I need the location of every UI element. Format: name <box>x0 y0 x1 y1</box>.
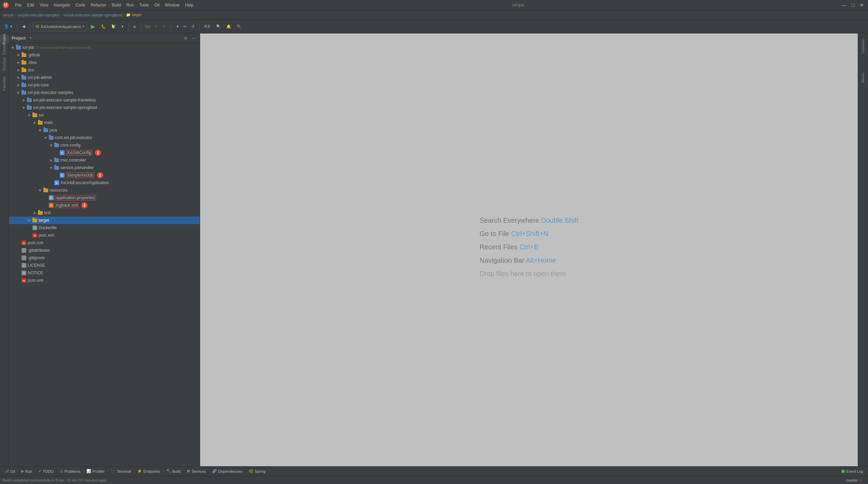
tree-gitignore[interactable]: ▶ . .gitignore <box>9 254 200 262</box>
debug-button[interactable]: 🐛 <box>99 22 108 31</box>
panel-tool-cog[interactable]: ⚙ <box>182 35 189 42</box>
tree-doc[interactable]: ▶ doc <box>9 66 200 74</box>
more-run-btn[interactable]: ▾ <box>120 22 126 31</box>
tree-resources[interactable]: ▶ resources <box>9 186 200 194</box>
endpoints-label: Endpoints <box>143 469 160 473</box>
tree-pom-root2[interactable]: ▶ m pom.xml <box>9 277 200 284</box>
btn-run[interactable]: ▶ Run <box>18 468 35 475</box>
tree-root[interactable]: ▶ xxl-job D:\study\code\SpringBoot\xxl-j… <box>9 44 200 51</box>
git-pull-btn[interactable]: ↑ <box>168 22 174 31</box>
tree-admin[interactable]: ▶ xxl-job-admin <box>9 74 200 81</box>
btn-deps[interactable]: 🔗 Dependencies <box>209 468 245 475</box>
menu-tools[interactable]: Tools <box>137 2 151 8</box>
tree-gitattributes[interactable]: ▶ . .gitattributes <box>9 247 200 254</box>
menu-run[interactable]: Run <box>124 2 136 8</box>
app-props-label: application.properties <box>56 195 95 200</box>
menu-edit[interactable]: Edit <box>25 2 36 8</box>
build-label: Build <box>172 469 181 473</box>
btn-event-log[interactable]: Event Log <box>839 468 866 475</box>
menu-navigate[interactable]: Navigate <box>52 2 72 8</box>
breadcrumb-executor-samples[interactable]: xxl-job-executor-samples <box>17 13 59 17</box>
tree-java[interactable]: ▶ java <box>9 126 200 134</box>
btn-todo[interactable]: ✓ TODO <box>36 468 56 475</box>
btn-build[interactable]: 🔨 Build <box>164 468 183 475</box>
maven-panel-btn[interactable]: Maven <box>861 67 865 89</box>
tree-frameless[interactable]: ▶ xxl-job-executor-sample-frameless <box>9 96 200 104</box>
menu-view[interactable]: View <box>38 2 51 8</box>
tree-dockerfile[interactable]: ▶ D Dockerfile <box>9 224 200 232</box>
database-panel-btn[interactable]: Database <box>861 33 865 60</box>
tree-mvc-controller[interactable]: ▶ mvc.controller <box>9 156 200 164</box>
git-branch-label: master <box>846 478 858 482</box>
tree-logback[interactable]: ▶ X logback.xml 3 <box>9 202 200 209</box>
tree-app-props[interactable]: ▶ P application.properties <box>9 194 200 202</box>
tree-notice[interactable]: ▶ N NOTICE <box>9 269 200 277</box>
run-config-selector[interactable]: 🌿 XxlJobAdminApplication ▾ <box>33 22 87 31</box>
search-everywhere-btn[interactable]: 🔍 <box>214 22 223 31</box>
translate-btn[interactable]: A文 <box>202 22 212 31</box>
git-push-btn[interactable]: ✓ <box>160 22 167 31</box>
notice-icon: N <box>21 270 27 276</box>
btn-profiler[interactable]: 📊 Profiler <box>84 468 107 475</box>
menu-file[interactable]: File <box>13 2 24 8</box>
tree-idea[interactable]: ▶ .idea <box>9 59 200 66</box>
git-commit-btn[interactable]: ✓ <box>152 22 159 31</box>
menu-window[interactable]: Window <box>163 2 182 8</box>
menu-help[interactable]: Help <box>183 2 196 8</box>
git-more-btn[interactable]: ▾ <box>174 22 181 31</box>
stop-button[interactable]: ■ <box>131 22 138 31</box>
package-root-label: com.xxl.job.executor <box>55 135 92 140</box>
hint-navbar-shortcut: Alt+Home <box>526 257 556 264</box>
coverage-button[interactable]: 🔰 <box>109 22 118 31</box>
tree-src[interactable]: ▶ src <box>9 111 200 119</box>
core-label: xxl-job-core <box>28 83 49 87</box>
maximize-button[interactable]: □ <box>850 2 856 9</box>
git-revert-btn[interactable]: ↩ <box>181 22 188 31</box>
panel-dropdown-icon[interactable]: ▾ <box>30 36 32 40</box>
tree-pom-root[interactable]: ▶ m pom.xml <box>9 239 200 247</box>
service-jobhandler-icon <box>54 165 59 170</box>
toolbar-profile-btn[interactable]: 👤 ▾ <box>2 22 14 31</box>
sidebar-favorites-icon[interactable]: Favorites <box>0 75 9 92</box>
btn-endpoints[interactable]: ⚡ Endpoints <box>135 468 163 475</box>
btn-terminal[interactable]: ⬛ Terminal <box>108 468 134 475</box>
tree-executor-samples[interactable]: ▶ xxl-job-executor-samples <box>9 89 200 96</box>
breadcrumb-springboot[interactable]: xxl-job-executor-sample-springboot <box>63 13 122 17</box>
btn-spring[interactable]: 🌿 Spring <box>246 468 268 475</box>
run-button[interactable]: ▶ <box>88 22 98 31</box>
plugins-btn[interactable]: 🔌 <box>235 22 243 31</box>
btn-services[interactable]: ⚙ Services <box>184 468 209 475</box>
favorites-label: Favorites <box>2 77 6 91</box>
tree-core-config[interactable]: ▶ core.config <box>9 141 200 149</box>
tree-github[interactable]: ▶ .github <box>9 51 200 59</box>
notification-btn[interactable]: 🔔 <box>224 22 233 31</box>
close-button[interactable]: ✕ <box>858 2 865 9</box>
btn-git[interactable]: ⎇ Git <box>2 468 18 475</box>
tree-core[interactable]: ▶ xxl-job-core <box>9 81 200 89</box>
sidebar-structure-icon[interactable]: Structure <box>0 54 9 74</box>
tree-executor-app[interactable]: ▶ C XxlJobExecutorApplication <box>9 179 200 186</box>
tree-license[interactable]: ▶ L LICENSE <box>9 262 200 269</box>
tree-package-root[interactable]: ▶ com.xxl.job.executor <box>9 134 200 141</box>
panel-tool-collapse[interactable]: — <box>190 35 197 42</box>
tree-main[interactable]: ▶ main <box>9 119 200 126</box>
tree-test[interactable]: ▶ test <box>9 209 200 217</box>
tree-samplexxljob[interactable]: ▶ C SampleXxlJob 2 <box>9 171 200 179</box>
toolbar-back-btn[interactable]: ◀ <box>20 22 27 31</box>
menu-code[interactable]: Code <box>73 2 87 8</box>
tree-springboot[interactable]: ▶ xxl-job-executor-sample-springboot <box>9 104 200 111</box>
tree-xxljobconfig[interactable]: ▶ C XxlJobConfig 1 <box>9 149 200 156</box>
breadcrumb-xxl-job[interactable]: xxl-job <box>3 13 14 17</box>
minimize-button[interactable]: — <box>841 2 848 9</box>
menu-refactor[interactable]: Refactor <box>89 2 108 8</box>
sidebar-commit-icon[interactable]: Commit <box>0 44 9 53</box>
tree-target[interactable]: ▶ target <box>9 217 200 224</box>
sidebar-project-icon[interactable]: Project <box>0 35 9 44</box>
git-undo-btn[interactable]: ↺ <box>189 22 196 31</box>
menu-git[interactable]: Git <box>152 2 162 8</box>
btn-problems[interactable]: ⚠ Problems <box>57 468 83 475</box>
menu-build[interactable]: Build <box>110 2 123 8</box>
tree-pom-inner[interactable]: ▶ m pom.xml <box>9 232 200 239</box>
project-tree[interactable]: ▶ xxl-job D:\study\code\SpringBoot\xxl-j… <box>9 43 200 466</box>
tree-service-jobhandler[interactable]: ▶ service.jobhandler <box>9 164 200 171</box>
